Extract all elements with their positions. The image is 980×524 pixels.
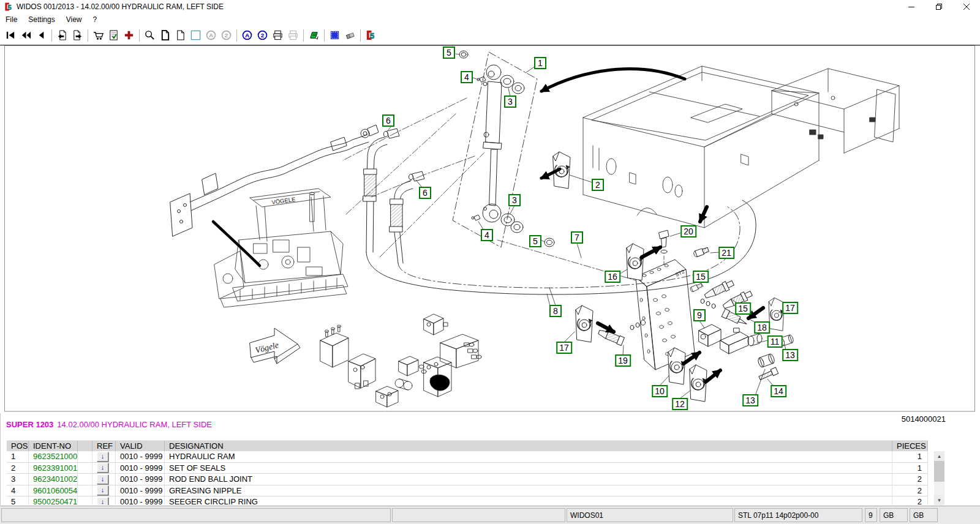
go-prev-icon[interactable] (34, 28, 48, 42)
col-pos[interactable]: POS (7, 441, 29, 451)
callout-17-16[interactable]: 17 (782, 302, 798, 314)
cell-ref: ↓ (92, 496, 116, 505)
toolbar-separator (360, 29, 361, 42)
ref-download-button[interactable]: ↓ (97, 474, 108, 484)
scroll-thumb[interactable] (934, 461, 944, 482)
callout-1-2[interactable]: 1 (534, 57, 546, 69)
menu-settings[interactable]: Settings (23, 14, 60, 25)
widos-info-icon[interactable]: 5 (364, 28, 378, 42)
print-icon[interactable] (271, 28, 285, 42)
print-list-icon (286, 28, 300, 42)
callout-7-10[interactable]: 7 (571, 231, 583, 244)
ref-download-button[interactable]: ↓ (97, 452, 108, 462)
table-scrollbar[interactable]: ▲ ▼ (934, 451, 944, 505)
callout-5-0[interactable]: 5 (443, 47, 455, 59)
callout-21-12[interactable]: 21 (718, 247, 734, 259)
cell-ident-no[interactable]: 9601060054 (29, 485, 78, 496)
scroll-up-button[interactable]: ▲ (934, 451, 944, 461)
callout-15-14[interactable]: 15 (693, 271, 709, 283)
col-ident[interactable]: IDENT-NO (29, 441, 78, 451)
callout-19-22[interactable]: 19 (615, 354, 631, 367)
hotspot-a-icon[interactable]: A (240, 28, 254, 42)
callout-14-26[interactable]: 14 (771, 385, 786, 397)
callout-4-7[interactable]: 4 (481, 229, 493, 241)
page-forward-icon[interactable] (70, 28, 85, 42)
svg-text:5: 5 (370, 31, 375, 40)
callout-6-5[interactable]: 6 (419, 187, 431, 199)
first-aid-icon[interactable] (122, 28, 136, 42)
callout-8-19[interactable]: 8 (549, 305, 562, 317)
table-row-pos-1[interactable]: 19623521000↓0010 - 9999HYDRAULIC RAM1 (7, 451, 928, 463)
page-back-icon[interactable] (55, 28, 69, 42)
col-ref[interactable]: REF (92, 441, 116, 451)
cell-designation: HYDRAULIC RAM (165, 451, 892, 462)
ref-download-button[interactable]: ↓ (97, 485, 108, 495)
cell-ident-no[interactable]: 9500250471 (29, 496, 78, 505)
cell-valid: 0010 - 9999 (116, 485, 165, 496)
callout-13-21[interactable]: 13 (782, 349, 798, 361)
cart-icon[interactable] (91, 28, 105, 42)
table-row-pos-5[interactable]: 59500250471↓0010 - 9999SEEGER CIRCLIP RI… (7, 496, 928, 505)
callout-2-9[interactable]: 2 (592, 179, 604, 191)
go-prev-fast-icon[interactable] (19, 28, 33, 42)
parts-table: POS IDENT-NO REF VALID DESIGNATION PIECE… (7, 440, 928, 505)
callout-5-8[interactable]: 5 (529, 235, 541, 247)
callout-17-20[interactable]: 17 (556, 342, 572, 354)
col-valid[interactable]: VALID (116, 441, 165, 451)
callout-6-4[interactable]: 6 (382, 114, 394, 127)
go-first-icon[interactable] (4, 28, 18, 42)
table-row-pos-2[interactable]: 29623391001↓0010 - 9999SET OF SEALS1 (7, 463, 928, 474)
empty-frame-icon[interactable] (189, 28, 203, 42)
ref-download-button[interactable]: ↓ (97, 463, 108, 473)
callout-18-18[interactable]: 18 (754, 321, 770, 334)
title-bar: 5 WIDOS 001/2013 - 14.02.00/00 HYDRAULIC… (0, 0, 980, 13)
callout-9-17[interactable]: 9 (693, 309, 706, 321)
status-blank-2 (392, 508, 565, 522)
minimize-button[interactable] (897, 0, 925, 13)
cell-ident-no[interactable]: 9623401002 (29, 474, 78, 485)
parts-table-header: POS IDENT-NO REF VALID DESIGNATION PIECE… (7, 440, 928, 451)
callout-10-23[interactable]: 10 (652, 385, 668, 397)
cell-pos: 3 (7, 474, 29, 485)
callout-13-25[interactable]: 13 (742, 394, 758, 406)
window-title: WIDOS 001/2013 - 14.02.00/00 HYDRAULIC R… (17, 2, 224, 11)
notes-icon[interactable] (307, 28, 321, 42)
cell-designation: SET OF SEALS (165, 463, 892, 474)
cell-pieces: 2 (892, 485, 928, 496)
menu-help[interactable]: ? (88, 14, 103, 25)
eraser-icon[interactable] (343, 28, 357, 42)
table-row-pos-3[interactable]: 39623401002↓0010 - 9999ROD END BALL JOIN… (7, 474, 928, 485)
scroll-down-button[interactable]: ▼ (934, 495, 944, 505)
callout-20-11[interactable]: 20 (680, 225, 696, 238)
cell-pieces: 2 (892, 474, 928, 485)
menu-file[interactable]: File (0, 14, 23, 25)
page-preview-icon[interactable] (173, 28, 187, 42)
cell-ident-no[interactable]: 9623521000 (29, 451, 78, 462)
status-lang-2: GB (910, 508, 938, 522)
callout-15-15[interactable]: 15 (735, 302, 751, 315)
zoom-icon[interactable] (143, 28, 157, 42)
page-view-icon[interactable] (158, 28, 172, 42)
svg-text:5: 5 (7, 4, 11, 11)
diagram-panel[interactable]: VÖGELE Vögele ST2 5413663452720211615151… (0, 45, 980, 413)
hotspot-2-icon[interactable]: 2 (255, 28, 270, 42)
restore-button[interactable] (925, 0, 952, 13)
menu-view[interactable]: View (61, 14, 88, 25)
callout-11-27[interactable]: 11 (767, 335, 783, 348)
col-designation[interactable]: DESIGNATION (165, 441, 892, 451)
callout-16-13[interactable]: 16 (605, 271, 620, 283)
ref-download-button[interactable]: ↓ (97, 497, 108, 505)
close-button[interactable] (952, 0, 980, 13)
order-form-icon[interactable] (107, 28, 121, 42)
callout-4-1[interactable]: 4 (461, 71, 473, 83)
cell-pieces: 2 (892, 496, 928, 505)
col-pieces[interactable]: PIECES (892, 441, 928, 451)
callout-12-24[interactable]: 12 (672, 398, 688, 410)
table-row-pos-4[interactable]: 49601060054↓0010 - 9999GREASING NIPPLE2 (7, 485, 928, 497)
cell-designation: ROD END BALL JOINT (165, 474, 892, 485)
cell-valid: 0010 - 9999 (116, 463, 165, 474)
cell-ident-no[interactable]: 9623391001 (29, 463, 78, 474)
selection-icon[interactable] (328, 28, 342, 42)
callout-3-6[interactable]: 3 (508, 194, 521, 206)
callout-3-3[interactable]: 3 (504, 95, 516, 108)
